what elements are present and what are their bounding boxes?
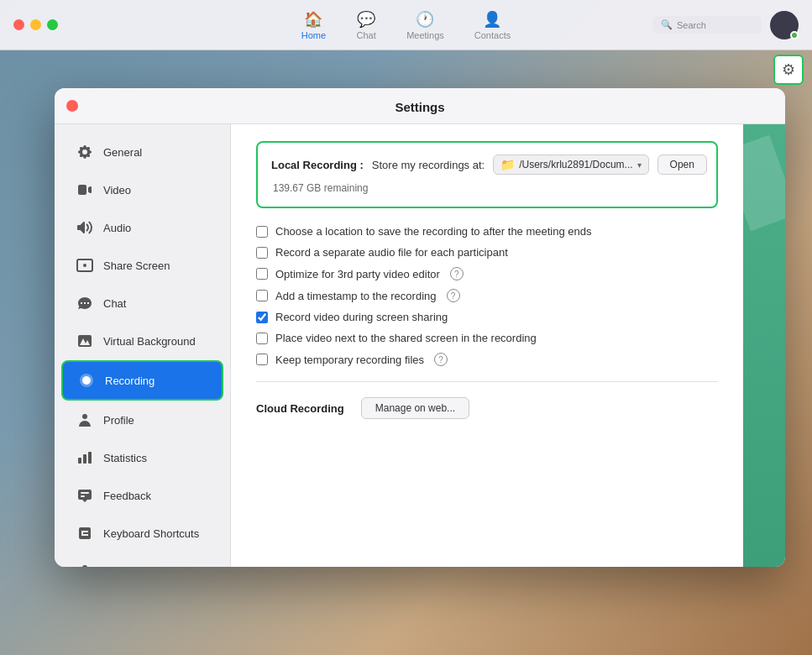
sidebar-item-feedback[interactable]: Feedback (61, 477, 223, 514)
settings-content: Local Recording : Store my recordings at… (231, 124, 743, 567)
checkbox-row-keep-temp: Keep temporary recording files? (256, 353, 718, 366)
feedback-icon (75, 485, 95, 506)
checkbox-row-place-video: Place video next to the shared screen in… (256, 332, 718, 344)
path-selector[interactable]: 📁 /Users/krlu2891/Docum... ▾ (493, 155, 648, 175)
search-icon: 🔍 (661, 19, 673, 30)
minimize-button[interactable] (30, 19, 41, 30)
sidebar-keyboard-label: Keyboard Shortcuts (103, 527, 199, 540)
checkbox-timestamp[interactable] (256, 290, 268, 301)
search-placeholder: Search (677, 20, 706, 30)
checkbox-place-video[interactable] (256, 333, 268, 344)
sidebar-item-video[interactable]: Video (61, 171, 223, 208)
sidebar-item-statistics[interactable]: Statistics (61, 439, 223, 476)
keyboard-icon (75, 523, 95, 543)
sidebar-item-recording[interactable]: Recording (61, 360, 223, 401)
chat-nav-icon: 💬 (357, 10, 375, 29)
sidebar-accessibility-label: Accessibility (103, 565, 163, 568)
sidebar-statistics-label: Statistics (103, 452, 147, 464)
sidebar-profile-label: Profile (103, 414, 134, 427)
settings-modal: Settings General Video Audio (55, 88, 785, 567)
store-at-label: Store my recordings at: (372, 159, 485, 171)
sidebar-item-accessibility[interactable]: Accessibility (61, 553, 223, 567)
local-recording-label: Local Recording : (271, 159, 364, 171)
checkbox-keep-temp[interactable] (256, 354, 268, 365)
sidebar-item-keyboard-shortcuts[interactable]: Keyboard Shortcuts (61, 515, 223, 552)
top-bar-right: 🔍 Search (652, 11, 799, 39)
checkbox-record-video[interactable] (256, 312, 268, 323)
sidebar-vbg-label: Virtual Background (103, 335, 196, 348)
search-box[interactable]: 🔍 Search (652, 16, 762, 34)
right-decorative-panel (743, 124, 785, 567)
sidebar-video-label: Video (103, 184, 131, 196)
sidebar-item-virtual-background[interactable]: Virtual Background (61, 322, 223, 359)
modal-title: Settings (395, 100, 444, 114)
open-button[interactable]: Open (657, 155, 707, 175)
sidebar-audio-label: Audio (103, 222, 131, 234)
help-icon-keep-temp[interactable]: ? (434, 353, 448, 366)
general-icon (75, 142, 95, 162)
cloud-recording-label: Cloud Recording (256, 402, 344, 415)
checkbox-label-choose-location: Choose a location to save the recording … (275, 225, 592, 238)
tab-meetings[interactable]: 🕐 Meetings (391, 5, 459, 45)
tab-contacts[interactable]: 👤 Contacts (459, 5, 526, 45)
checkbox-separate-audio[interactable] (256, 247, 268, 259)
checkbox-row-timestamp: Add a timestamp to the recording? (256, 289, 718, 302)
modal-body: General Video Audio Share Screen (55, 124, 785, 567)
modal-close-button[interactable] (66, 100, 78, 112)
sidebar-share-screen-label: Share Screen (103, 259, 170, 272)
checkbox-row-optimize-3rd: Optimize for 3rd party video editor? (256, 267, 718, 280)
folder-icon: 📁 (500, 158, 515, 171)
space-remaining: 139.67 GB remaining (271, 180, 703, 195)
help-icon-timestamp[interactable]: ? (447, 289, 460, 302)
sidebar-item-general[interactable]: General (61, 134, 223, 170)
sidebar-chat-label: Chat (103, 297, 126, 310)
modal-header: Settings (55, 88, 785, 124)
sidebar-item-profile[interactable]: Profile (61, 401, 223, 438)
checkbox-label-place-video: Place video next to the shared screen in… (275, 332, 537, 344)
local-recording-row: Local Recording : Store my recordings at… (271, 155, 703, 175)
help-icon-optimize-3rd[interactable]: ? (450, 267, 464, 280)
nav-tabs: 🏠 Home 💬 Chat 🕐 Meetings 👤 Contacts (286, 5, 526, 45)
meetings-icon: 🕐 (416, 10, 434, 29)
maximize-button[interactable] (47, 19, 58, 30)
tab-chat-label: Chat (357, 30, 376, 40)
recording-icon (76, 370, 97, 390)
sidebar-item-share-screen[interactable]: Share Screen (61, 247, 223, 284)
local-recording-box: Local Recording : Store my recordings at… (256, 141, 718, 208)
svg-point-1 (82, 376, 91, 385)
close-button[interactable] (13, 19, 24, 30)
chat-icon (75, 293, 95, 313)
contacts-icon: 👤 (483, 10, 501, 29)
avatar[interactable] (770, 11, 799, 39)
tab-contacts-label: Contacts (474, 30, 511, 40)
sidebar-general-label: General (103, 146, 142, 159)
home-icon: 🏠 (304, 10, 322, 29)
space-remaining-text: 139.67 GB remaining (273, 182, 368, 194)
checkbox-optimize-3rd[interactable] (256, 268, 268, 280)
tab-home[interactable]: 🏠 Home (286, 5, 341, 45)
checkbox-row-record-video: Record video during screen sharing (256, 311, 718, 323)
sidebar-item-chat[interactable]: Chat (61, 285, 223, 322)
checkbox-label-separate-audio: Record a separate audio file for each pa… (275, 246, 508, 259)
traffic-lights (13, 19, 58, 30)
checkbox-choose-location[interactable] (256, 226, 268, 238)
statistics-icon (75, 448, 95, 468)
video-icon (75, 180, 95, 200)
divider (256, 381, 718, 382)
sidebar-recording-label: Recording (105, 375, 155, 387)
checkbox-list: Choose a location to save the recording … (256, 225, 718, 366)
share-screen-icon (75, 255, 95, 275)
checkbox-label-optimize-3rd: Optimize for 3rd party video editor (275, 268, 440, 280)
tab-meetings-label: Meetings (406, 30, 444, 40)
chevron-down-icon: ▾ (637, 160, 642, 170)
settings-gear-button[interactable]: ⚙ (773, 55, 804, 85)
tab-chat[interactable]: 💬 Chat (341, 5, 391, 45)
cloud-recording-row: Cloud Recording Manage on web... (256, 397, 718, 419)
manage-on-web-button[interactable]: Manage on web... (361, 397, 469, 419)
checkbox-row-choose-location: Choose a location to save the recording … (256, 225, 718, 238)
sidebar-item-audio[interactable]: Audio (61, 209, 223, 246)
checkbox-label-timestamp: Add a timestamp to the recording (275, 290, 437, 302)
checkbox-label-keep-temp: Keep temporary recording files (275, 354, 424, 366)
avatar-online-dot (790, 31, 799, 39)
sidebar-feedback-label: Feedback (103, 490, 151, 502)
